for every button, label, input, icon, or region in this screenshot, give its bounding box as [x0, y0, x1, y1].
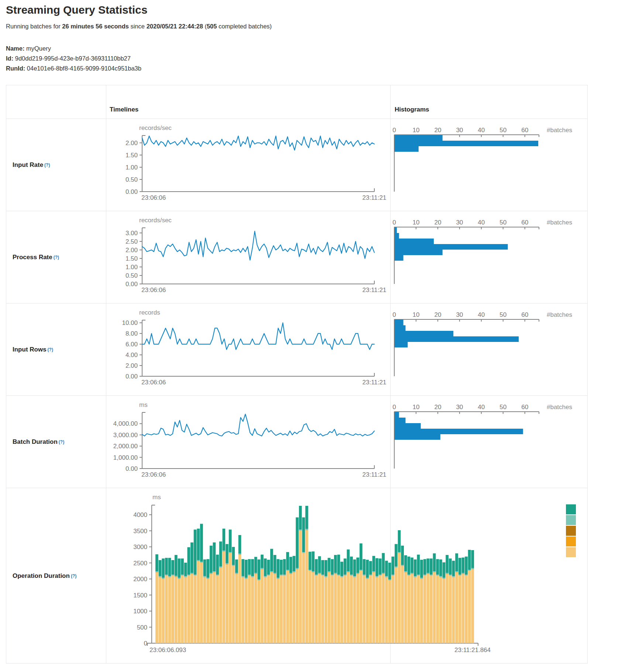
svg-text:1,000.00: 1,000.00 — [113, 454, 138, 461]
svg-text:0: 0 — [144, 640, 147, 647]
svg-text:23:06:06: 23:06:06 — [141, 194, 166, 201]
svg-text:1.00: 1.00 — [126, 164, 138, 171]
input-rate-label: Input Rate — [13, 161, 43, 169]
svg-text:4000: 4000 — [133, 511, 147, 518]
timelines-column-header: Timelines — [110, 106, 138, 113]
summary-prefix: Running batches for — [6, 23, 62, 30]
operation-duration-stacked-chart: ms0500100015002000250030003500400023:06:… — [105, 488, 587, 664]
svg-text:1.50: 1.50 — [126, 152, 138, 159]
query-name-value: myQuery — [26, 45, 51, 52]
svg-text:#batches: #batches — [547, 311, 572, 318]
svg-text:0.00: 0.00 — [126, 281, 138, 288]
legend-swatch-2 — [566, 526, 576, 536]
svg-text:23:06:06: 23:06:06 — [141, 287, 166, 294]
svg-text:10: 10 — [412, 127, 419, 134]
svg-text:4,000.00: 4,000.00 — [113, 420, 138, 427]
svg-text:#batches: #batches — [547, 404, 572, 411]
batch-duration-timeline-chart: ms0.001,000.002,000.003,000.004,000.0023… — [105, 396, 389, 488]
histogram-svg: 0102030405060#batches — [389, 304, 587, 396]
stacked-bar-svg: ms0500100015002000250030003500400023:06:… — [105, 488, 587, 664]
svg-text:#batches: #batches — [547, 219, 572, 226]
svg-text:23:11:21: 23:11:21 — [363, 194, 387, 201]
query-id-row: Id: 9d0dd219-995d-423e-b97d-36931110bb27 — [6, 54, 141, 64]
query-name-label: Name: — [6, 45, 24, 52]
process-rate-help-icon[interactable]: (?) — [54, 255, 59, 260]
query-runid-value: 04e101e6-8bf8-4165-9099-9104c951ba3b — [27, 65, 141, 72]
svg-text:23:11:21.864: 23:11:21.864 — [454, 647, 491, 654]
svg-text:0.50: 0.50 — [126, 272, 138, 279]
row-process-rate: Process Rate(?) records/sec0.000.501.001… — [6, 211, 587, 304]
input-rate-help-icon[interactable]: (?) — [44, 162, 50, 168]
row-input-rows: Input Rows(?) records0.002.004.006.008.0… — [6, 304, 587, 396]
svg-text:30: 30 — [456, 219, 463, 226]
svg-text:10: 10 — [412, 404, 419, 411]
svg-text:8.00: 8.00 — [126, 330, 138, 337]
histogram-svg: 0102030405060#batches — [389, 119, 587, 211]
running-batches-summary: Running batches for 26 minutes 56 second… — [6, 23, 272, 30]
query-runid-label: RunId: — [6, 65, 25, 72]
svg-text:20: 20 — [434, 311, 441, 318]
process-rate-timeline-chart: records/sec0.000.501.001.502.002.503.002… — [105, 211, 389, 303]
svg-text:40: 40 — [478, 311, 485, 318]
input-rate-histogram: 0102030405060#batches — [389, 119, 587, 211]
histogram-svg: 0102030405060#batches — [389, 211, 587, 304]
svg-text:2000: 2000 — [133, 576, 147, 583]
batch-duration-label: Batch Duration — [13, 438, 58, 446]
process-rate-histogram: 0102030405060#batches — [389, 211, 587, 303]
streaming-query-statistics-page: Streaming Query Statistics Running batch… — [0, 0, 625, 672]
svg-text:60: 60 — [521, 404, 528, 411]
svg-text:3.00: 3.00 — [126, 230, 138, 237]
svg-text:10: 10 — [412, 311, 419, 318]
svg-text:0: 0 — [392, 311, 396, 318]
svg-text:30: 30 — [456, 311, 463, 318]
legend-swatch-0 — [566, 504, 576, 514]
svg-text:3,000.00: 3,000.00 — [113, 432, 138, 439]
svg-text:1000: 1000 — [133, 608, 147, 615]
svg-text:1.50: 1.50 — [126, 255, 138, 262]
timeline-svg: records/sec0.000.501.001.502.002.503.002… — [105, 211, 389, 304]
histogram-svg: 0102030405060#batches — [389, 396, 587, 488]
operation-duration-label: Operation Duration — [13, 572, 70, 580]
svg-text:40: 40 — [478, 127, 485, 134]
input-rows-help-icon[interactable]: (?) — [48, 347, 53, 352]
svg-text:20: 20 — [434, 127, 441, 134]
svg-text:1.00: 1.00 — [126, 264, 138, 271]
svg-text:0: 0 — [392, 404, 396, 411]
svg-text:30: 30 — [456, 127, 463, 134]
svg-text:ms: ms — [152, 494, 161, 501]
timeline-svg: records/sec0.000.501.001.502.0023:06:062… — [105, 119, 389, 211]
summary-batch-count: 505 — [207, 23, 217, 30]
table-header-row: Timelines Histograms — [6, 85, 587, 119]
input-rows-histogram: 0102030405060#batches — [389, 304, 587, 395]
svg-text:2,000.00: 2,000.00 — [113, 443, 138, 450]
svg-text:60: 60 — [521, 311, 528, 318]
svg-text:50: 50 — [499, 404, 506, 411]
process-rate-label: Process Rate — [13, 254, 52, 261]
svg-text:0.50: 0.50 — [126, 176, 138, 183]
legend-swatch-3 — [566, 536, 576, 546]
svg-text:23:06:06: 23:06:06 — [141, 379, 166, 386]
svg-text:23:11:21: 23:11:21 — [363, 471, 387, 478]
svg-text:50: 50 — [499, 219, 506, 226]
svg-text:#batches: #batches — [547, 127, 572, 134]
operation-duration-help-icon[interactable]: (?) — [71, 573, 76, 579]
svg-text:500: 500 — [137, 624, 147, 631]
input-rate-timeline-chart: records/sec0.000.501.001.502.0023:06:062… — [105, 119, 389, 211]
summary-since-timestamp: 2020/05/21 22:44:28 — [147, 23, 203, 30]
summary-duration: 26 minutes 56 seconds — [62, 23, 129, 30]
timeline-svg: ms0.001,000.002,000.003,000.004,000.0023… — [105, 396, 389, 488]
svg-text:3500: 3500 — [133, 528, 147, 535]
input-rows-timeline-chart: records0.002.004.006.008.0010.0023:06:06… — [105, 304, 389, 395]
batch-duration-help-icon[interactable]: (?) — [59, 439, 64, 445]
svg-text:ms: ms — [139, 401, 148, 408]
svg-text:2500: 2500 — [133, 560, 147, 567]
query-name-row: Name: myQuery — [6, 44, 141, 54]
svg-text:records/sec: records/sec — [139, 217, 172, 224]
svg-text:20: 20 — [434, 404, 441, 411]
svg-text:23:11:21: 23:11:21 — [363, 379, 387, 386]
row-batch-duration: Batch Duration(?) ms0.001,000.002,000.00… — [6, 396, 587, 488]
query-runid-row: RunId: 04e101e6-8bf8-4165-9099-9104c951b… — [6, 64, 141, 73]
svg-text:records/sec: records/sec — [139, 124, 172, 131]
svg-text:1500: 1500 — [133, 592, 147, 599]
row-operation-duration: Operation Duration(?) ms0500100015002000… — [6, 488, 587, 664]
